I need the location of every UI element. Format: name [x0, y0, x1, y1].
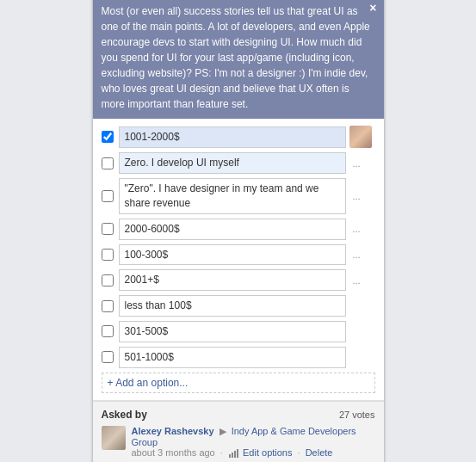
edit-options-link[interactable]: Edit options — [243, 447, 292, 458]
question-header: Most (or even all) success stories tell … — [93, 0, 384, 119]
option-label: 2001+$ — [119, 269, 346, 291]
option-checkbox[interactable] — [102, 300, 114, 312]
svg-rect-3 — [237, 449, 238, 458]
close-button[interactable]: × — [369, 2, 376, 14]
option-checkbox[interactable] — [102, 249, 114, 261]
option-checkbox[interactable] — [102, 351, 114, 363]
option-row: 2000-6000$... — [102, 219, 375, 240]
option-label: "Zero". I have designer in my team and w… — [119, 178, 346, 214]
option-menu-dots[interactable]: ... — [349, 189, 364, 203]
separator-dot-2: · — [298, 447, 303, 458]
option-checkbox[interactable] — [102, 223, 114, 235]
poll-card: Most (or even all) success stories tell … — [92, 0, 385, 462]
option-label: 100-300$ — [119, 244, 346, 266]
option-checkbox[interactable] — [102, 157, 114, 169]
option-menu-dots[interactable]: ... — [349, 274, 364, 287]
option-label: 501-1000$ — [119, 347, 346, 368]
user-avatar — [102, 426, 126, 450]
option-label: less than 100$ — [119, 295, 346, 317]
svg-rect-1 — [232, 453, 233, 458]
svg-rect-0 — [229, 454, 231, 458]
footer-bottom: Alexey Rashevsky ▶ Indy App & Game Devel… — [102, 426, 375, 459]
option-row: 301-500$ — [102, 321, 375, 342]
delete-link[interactable]: Delete — [306, 447, 333, 458]
options-list: 1001-2000$Zero. I develop UI myself..."Z… — [93, 119, 384, 400]
option-row: "Zero". I have designer in my team and w… — [102, 178, 375, 214]
option-menu-dots[interactable]: ... — [349, 222, 364, 236]
poll-icon — [228, 448, 238, 459]
option-label: 1001-2000$ — [119, 126, 346, 148]
footer-top: Asked by 27 votes — [102, 409, 375, 421]
option-label: 301-500$ — [119, 321, 346, 342]
option-checkbox[interactable] — [102, 131, 114, 143]
footer-meta: Alexey Rashevsky ▶ Indy App & Game Devel… — [132, 426, 375, 459]
votes-count: 27 votes — [339, 410, 375, 420]
footer: Asked by 27 votes Alexey Rashevsky ▶ Ind… — [93, 401, 384, 462]
option-checkbox[interactable] — [102, 325, 114, 337]
question-text: Most (or even all) success stories tell … — [102, 5, 370, 110]
post-time: about 3 months ago — [132, 447, 215, 458]
arrow-icon: ▶ — [219, 426, 226, 436]
separator-dot-1: · — [220, 447, 226, 458]
user-name[interactable]: Alexey Rashevsky — [132, 426, 214, 436]
option-menu-dots[interactable]: ... — [349, 248, 364, 262]
add-option-button[interactable]: + Add an option... — [102, 373, 375, 393]
asked-by-label: Asked by — [102, 409, 147, 421]
option-row: 501-1000$ — [102, 347, 375, 368]
option-row: 100-300$... — [102, 244, 375, 266]
option-checkbox[interactable] — [102, 274, 114, 286]
option-label: Zero. I develop UI myself — [119, 152, 346, 174]
option-menu-dots[interactable]: ... — [349, 157, 364, 170]
option-avatar — [349, 126, 372, 148]
option-row: 1001-2000$ — [102, 126, 375, 148]
option-label: 2000-6000$ — [119, 219, 346, 240]
svg-rect-2 — [234, 451, 236, 458]
option-row: 2001+$... — [102, 269, 375, 291]
option-checkbox[interactable] — [102, 190, 114, 202]
option-row: less than 100$ — [102, 295, 375, 317]
option-row: Zero. I develop UI myself... — [102, 152, 375, 174]
